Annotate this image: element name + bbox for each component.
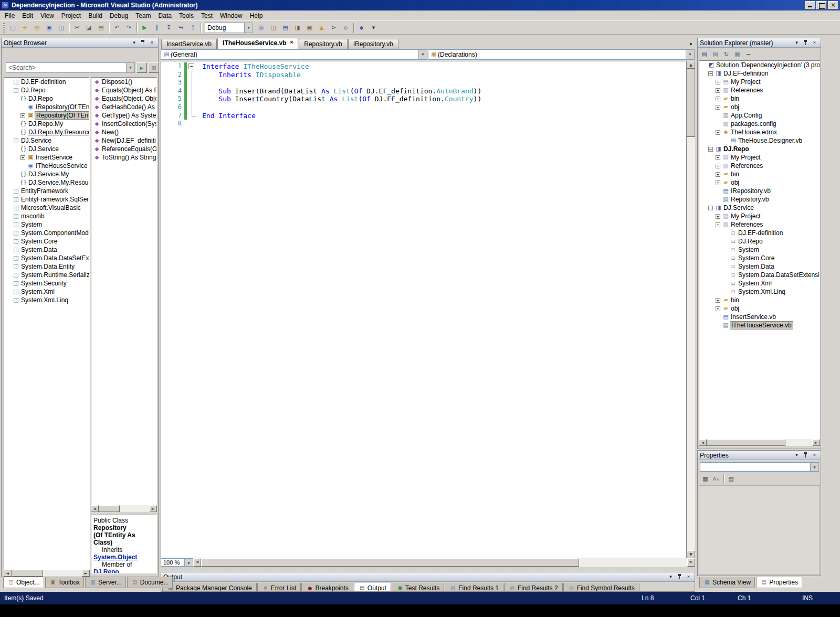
solution-explorer-item[interactable]: +▰obj — [699, 178, 820, 187]
solution-explorer-item[interactable]: ▫System.Xml.Linq — [699, 288, 820, 296]
object-browser-item[interactable]: ◉IRepository(Of TEntity) — [4, 103, 89, 111]
editor-vertical-scrollbar[interactable]: ▲▼ — [687, 61, 695, 558]
dock-tab-properties[interactable]: ▤Properties — [756, 577, 802, 588]
object-browser-header[interactable]: Object Browser ▾ × — [2, 38, 158, 48]
saveall-button[interactable]: ◫ — [55, 22, 67, 34]
object-browser-item[interactable]: ◫System.Data — [4, 246, 89, 254]
doc-tab[interactable]: Repository.vb — [299, 39, 347, 49]
object-browser-item[interactable]: ◫DJ.Repo — [4, 86, 89, 94]
collapse-icon[interactable]: − — [708, 147, 713, 152]
scroll-down-icon[interactable]: ▼ — [687, 550, 695, 558]
solution-explorer-item[interactable]: ▫System.Xml — [699, 279, 820, 288]
zoom-combo[interactable]: 100 % ▼ — [161, 558, 193, 567]
break-button[interactable]: ∥ — [151, 22, 163, 34]
solution-explorer-item[interactable]: ▤Repository.vb — [699, 195, 820, 204]
errlist-button[interactable]: ▲ — [316, 22, 328, 34]
code-line[interactable]: 7End Interface — [161, 112, 686, 120]
object-browser-item[interactable]: ◫DJ.Service — [4, 136, 89, 145]
code-line[interactable]: 2 Inherits IDisposable — [161, 71, 686, 79]
solution-explorer-item[interactable]: +▰bin — [699, 170, 820, 178]
property-pages-button[interactable]: ▤ — [726, 474, 737, 484]
search-go-button[interactable]: ► — [136, 62, 147, 73]
scroll-thumb[interactable] — [707, 439, 785, 446]
description-link[interactable]: System.Object — [93, 554, 137, 561]
expand-icon[interactable]: + — [20, 155, 25, 160]
solution-explorer-item[interactable]: +▤My Project — [699, 212, 820, 220]
dock-tab-server-[interactable]: ▥Server... — [85, 577, 126, 588]
object-browser-item[interactable]: ◫DJ.EF-definition — [4, 78, 89, 86]
properties-header[interactable]: Properties ▾ × — [698, 451, 821, 460]
add-button[interactable]: + — [19, 22, 31, 34]
menu-team[interactable]: Team — [132, 11, 154, 20]
object-browser-item[interactable]: ◫System.Security — [4, 279, 89, 288]
categorized-button[interactable]: ▦ — [700, 474, 711, 484]
window-menu-icon[interactable]: ▾ — [130, 39, 138, 46]
window-menu-icon[interactable]: ▾ — [667, 573, 675, 580]
solution-explorer-item[interactable]: ▫System.Data — [699, 262, 820, 271]
objbrowser-button[interactable]: ◨ — [291, 22, 303, 34]
scroll-left-icon[interactable]: ◄ — [699, 439, 707, 446]
member-item[interactable]: ◆GetType() As Syste — [91, 111, 156, 120]
new-button[interactable]: ▢ — [7, 22, 19, 34]
solexp-button[interactable]: ◫ — [267, 22, 279, 34]
member-item[interactable]: ◆ToString() As String — [91, 153, 156, 162]
object-browser-item[interactable]: ◫System.Data.DataSetExtensions — [4, 254, 89, 262]
tab-list-dropdown-icon[interactable]: ▼ — [687, 40, 695, 49]
object-browser-item[interactable]: ◫EntityFramework.SqlServer — [4, 195, 89, 204]
expand-icon[interactable]: + — [20, 113, 25, 118]
menu-help[interactable]: Help — [246, 11, 267, 20]
code-line[interactable]: 1−Interface ITheHouseService — [161, 62, 686, 71]
object-browser-item[interactable]: ◫System.Xml — [4, 288, 89, 296]
stepinto-button[interactable]: ↧ — [163, 22, 175, 34]
home-button[interactable]: ⌂ — [340, 22, 352, 34]
chevron-down-icon[interactable]: ▼ — [686, 50, 694, 59]
expand-icon[interactable]: + — [716, 298, 720, 303]
menu-window[interactable]: Window — [216, 11, 246, 20]
solution-explorer-item[interactable]: ◩Solution 'DependencyInjection' (3 proje… — [699, 61, 820, 69]
toolbar-grip[interactable] — [3, 23, 5, 33]
code-editor[interactable]: 1−Interface ITheHouseService2 Inherits I… — [161, 61, 687, 558]
alphabetical-button[interactable]: A↓ — [711, 474, 722, 484]
chevron-down-icon[interactable]: ▼ — [418, 50, 427, 59]
scroll-track[interactable] — [687, 69, 695, 550]
show-all-files-button[interactable]: ▤ — [710, 50, 721, 59]
expand-icon[interactable]: + — [716, 105, 720, 110]
member-item[interactable]: ◆Dispose1() — [91, 78, 156, 86]
search-input[interactable]: <Search> ▼ — [6, 62, 135, 73]
scroll-track[interactable] — [12, 570, 82, 577]
solution-explorer-item[interactable]: +▤My Project — [699, 153, 820, 162]
stepover-button[interactable]: ↪ — [175, 22, 187, 34]
doc-tab[interactable]: IRepository.vb — [348, 39, 398, 49]
close-button[interactable]: × — [828, 1, 838, 9]
tool-tab-output[interactable]: ▤Output — [354, 583, 391, 592]
stepout-button[interactable]: ↥ — [187, 22, 199, 34]
declarations-combo[interactable]: ▦ (Declarations) ▼ — [428, 49, 695, 60]
collapse-icon[interactable]: − — [708, 71, 713, 76]
solution-explorer-item[interactable]: +▥References — [699, 86, 820, 94]
scroll-left-icon[interactable]: ◄ — [193, 558, 201, 567]
expand-icon[interactable]: + — [716, 180, 720, 185]
ext-button[interactable]: ◆ — [355, 22, 368, 34]
solution-explorer-item[interactable]: +▤My Project — [699, 78, 820, 86]
menu-edit[interactable]: Edit — [18, 11, 37, 20]
expand-icon[interactable]: + — [716, 214, 720, 219]
object-browser-item[interactable]: ◫System.ComponentModel.DataA — [4, 229, 89, 237]
dock-tab-docume-[interactable]: ▤Docume... — [127, 577, 173, 588]
expand-icon[interactable]: + — [716, 155, 720, 160]
solution-explorer-item[interactable]: ▫DJ.EF-definition — [699, 229, 820, 237]
object-browser-item[interactable]: {}DJ.Service — [4, 145, 89, 153]
expand-icon[interactable]: + — [716, 80, 720, 84]
collapse-icon[interactable]: − — [716, 130, 720, 135]
debug-configuration-combo[interactable]: Debug▼ — [205, 23, 253, 33]
solution-explorer-item[interactable]: ▥packages.config — [699, 120, 820, 128]
minimize-button[interactable] — [805, 1, 815, 9]
solution-explorer-item[interactable]: +▰bin — [699, 94, 820, 103]
member-item[interactable]: ◆New(DJ.EF_definiti — [91, 136, 156, 145]
scroll-track[interactable] — [99, 505, 149, 512]
solution-explorer-item[interactable]: +▥References — [699, 162, 820, 170]
scroll-thumb[interactable] — [201, 558, 579, 567]
chevron-down-icon[interactable]: ▼ — [244, 23, 253, 33]
code-line[interactable]: 3 — [161, 79, 686, 87]
expand-icon[interactable]: + — [716, 164, 720, 168]
redo-button[interactable]: ↷ — [123, 22, 135, 34]
